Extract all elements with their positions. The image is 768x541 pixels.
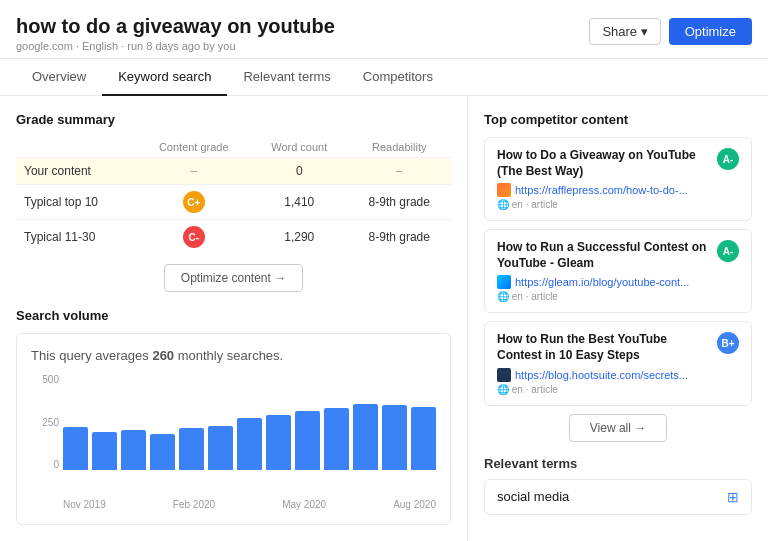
share-button[interactable]: Share ▾ xyxy=(589,18,660,45)
optimize-content-wrapper: Optimize content → xyxy=(16,264,451,292)
col-header-readability: Readability xyxy=(347,137,451,158)
row-label: Typical top 10 xyxy=(16,185,136,220)
table-row: Typical top 10 C+ 1,410 8-9th grade xyxy=(16,185,451,220)
row-readability: – xyxy=(347,158,451,185)
competitor-url-row-3: https://blog.hootsuite.com/secrets... xyxy=(497,368,709,382)
competitor-url-row-2: https://gleam.io/blog/youtube-cont... xyxy=(497,275,709,289)
table-row: Typical 11-30 C- 1,290 8-9th grade xyxy=(16,220,451,255)
row-grade: C+ xyxy=(136,185,251,220)
chart-bar xyxy=(295,411,320,470)
competitor-title-3: How to Run the Best YouTube Contest in 1… xyxy=(497,332,709,363)
competitor-grade-3: B+ xyxy=(717,332,739,354)
left-column: Grade summary Content grade Word count R… xyxy=(0,96,468,541)
monthly-count: 260 xyxy=(152,348,174,363)
right-column: Top competitor content How to Do a Givea… xyxy=(468,96,768,541)
chart-bar xyxy=(237,418,262,470)
chart-bar xyxy=(92,432,117,470)
term-icon-1[interactable]: ⊞ xyxy=(727,489,739,505)
search-volume-chart: 500 250 0 xyxy=(31,375,436,495)
y-axis-labels: 500 250 0 xyxy=(31,375,59,470)
x-label-nov: Nov 2019 xyxy=(63,499,106,510)
header-left: how to do a giveaway on youtube google.c… xyxy=(16,14,335,52)
search-volume-description: This query averages 260 monthly searches… xyxy=(31,348,436,363)
row-word-count: 0 xyxy=(251,158,347,185)
relevant-terms-section: Relevant terms social media ⊞ xyxy=(484,456,752,515)
competitor-title-1: How to Do a Giveaway on YouTube (The Bes… xyxy=(497,148,709,179)
competitor-url-row-1: https://rafflepress.com/how-to-do-... xyxy=(497,183,709,197)
competitor-url-1[interactable]: https://rafflepress.com/how-to-do-... xyxy=(515,184,688,196)
row-readability: 8-9th grade xyxy=(347,185,451,220)
chart-bar xyxy=(208,426,233,470)
grade-badge-c-plus: C+ xyxy=(183,191,205,213)
optimize-button[interactable]: Optimize xyxy=(669,18,752,45)
col-header-word-count: Word count xyxy=(251,137,347,158)
competitor-url-3[interactable]: https://blog.hootsuite.com/secrets... xyxy=(515,369,688,381)
competitor-item-3: How to Run the Best YouTube Contest in 1… xyxy=(484,321,752,405)
col-header-content-grade: Content grade xyxy=(136,137,251,158)
competitor-info-2: How to Run a Successful Contest on YouTu… xyxy=(497,240,709,302)
chart-bar xyxy=(411,407,436,470)
relevant-terms-title: Relevant terms xyxy=(484,456,752,471)
view-all-wrapper: View all → xyxy=(484,414,752,442)
term-label-1: social media xyxy=(497,489,569,504)
competitor-url-2[interactable]: https://gleam.io/blog/youtube-cont... xyxy=(515,276,689,288)
row-readability: 8-9th grade xyxy=(347,220,451,255)
relevant-term-item-1: social media ⊞ xyxy=(484,479,752,515)
chart-bar xyxy=(179,428,204,470)
top-competitor-title: Top competitor content xyxy=(484,112,752,127)
row-label: Your content xyxy=(16,158,136,185)
chart-bar xyxy=(266,415,291,470)
tab-competitors[interactable]: Competitors xyxy=(347,59,449,96)
competitor-meta-1: 🌐 en · article xyxy=(497,199,709,210)
row-word-count: 1,290 xyxy=(251,220,347,255)
y-label-250: 250 xyxy=(31,418,59,428)
competitor-title-2: How to Run a Successful Contest on YouTu… xyxy=(497,240,709,271)
x-label-may: May 2020 xyxy=(282,499,326,510)
page-header: how to do a giveaway on youtube google.c… xyxy=(0,0,768,59)
tab-overview[interactable]: Overview xyxy=(16,59,102,96)
search-volume-section: Search volume This query averages 260 mo… xyxy=(16,308,451,525)
competitor-info-3: How to Run the Best YouTube Contest in 1… xyxy=(497,332,709,394)
row-word-count: 1,410 xyxy=(251,185,347,220)
tab-relevant-terms[interactable]: Relevant terms xyxy=(227,59,346,96)
row-grade: – xyxy=(136,158,251,185)
view-all-button[interactable]: View all → xyxy=(569,414,667,442)
competitor-meta-2: 🌐 en · article xyxy=(497,291,709,302)
y-label-0: 0 xyxy=(31,460,59,470)
chart-bar xyxy=(324,408,349,470)
favicon-raffle xyxy=(497,183,511,197)
favicon-gleam xyxy=(497,275,511,289)
x-axis-labels: Nov 2019 Feb 2020 May 2020 Aug 2020 xyxy=(31,499,436,510)
chart-bar xyxy=(121,430,146,470)
y-label-500: 500 xyxy=(31,375,59,385)
bar-chart-area xyxy=(31,375,436,470)
chart-bar xyxy=(150,434,175,470)
top-competitor-section: Top competitor content How to Do a Givea… xyxy=(484,112,752,442)
row-grade: C- xyxy=(136,220,251,255)
competitor-grade-2: A- xyxy=(717,240,739,262)
tab-keyword-search[interactable]: Keyword search xyxy=(102,59,227,96)
grade-summary-title: Grade summary xyxy=(16,112,451,127)
competitor-item-2: How to Run a Successful Contest on YouTu… xyxy=(484,229,752,313)
col-header-label xyxy=(16,137,136,158)
chart-bar xyxy=(63,427,88,470)
chart-bar xyxy=(353,404,378,471)
x-label-aug: Aug 2020 xyxy=(393,499,436,510)
x-label-feb: Feb 2020 xyxy=(173,499,215,510)
row-label: Typical 11-30 xyxy=(16,220,136,255)
search-volume-box: This query averages 260 monthly searches… xyxy=(16,333,451,525)
grade-summary-section: Grade summary Content grade Word count R… xyxy=(16,112,451,292)
favicon-hootsuite xyxy=(497,368,511,382)
competitor-meta-3: 🌐 en · article xyxy=(497,384,709,395)
grade-table: Content grade Word count Readability You… xyxy=(16,137,451,254)
competitor-info-1: How to Do a Giveaway on YouTube (The Bes… xyxy=(497,148,709,210)
chart-bar xyxy=(382,405,407,470)
main-content: Grade summary Content grade Word count R… xyxy=(0,96,768,541)
tab-bar: Overview Keyword search Relevant terms C… xyxy=(0,59,768,96)
grade-badge-c-minus: C- xyxy=(183,226,205,248)
competitor-grade-1: A- xyxy=(717,148,739,170)
page-meta: google.com · English · run 8 days ago by… xyxy=(16,40,335,52)
competitor-item-1: How to Do a Giveaway on YouTube (The Bes… xyxy=(484,137,752,221)
header-actions: Share ▾ Optimize xyxy=(589,18,752,45)
optimize-content-button[interactable]: Optimize content → xyxy=(164,264,303,292)
